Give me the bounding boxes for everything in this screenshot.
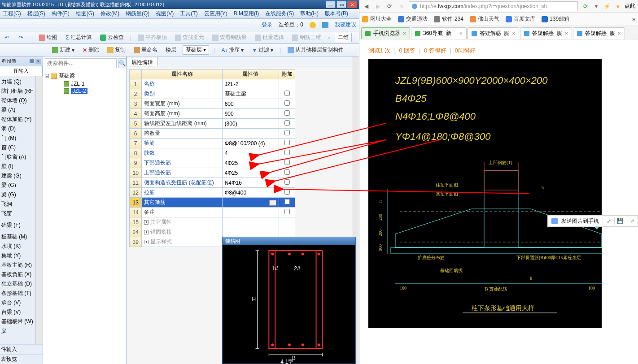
maximize-button[interactable]: ▭ [336, 1, 346, 8]
nav-tab-graphic[interactable]: 图输入 [0, 66, 43, 76]
prop-value[interactable]: (300) [222, 119, 279, 129]
property-row[interactable]: 12拉筋Φ8@400 [130, 188, 295, 198]
new-button[interactable]: 新建▾ [50, 45, 76, 55]
property-row[interactable]: 14备注 [130, 208, 295, 217]
prop-extra[interactable] [279, 168, 295, 178]
nav-bottom-preview[interactable]: 表预览 [0, 354, 43, 364]
bookmark-item[interactable]: 交通违法 [398, 15, 428, 23]
tab-property-edit[interactable]: 属性编辑 [127, 57, 158, 66]
prop-value[interactable]: JZL-2 [222, 79, 279, 89]
menu-cloud[interactable]: 云应用(Y) [204, 10, 227, 17]
property-row[interactable]: 9下部通长筋4Φ25 [130, 158, 295, 168]
rename-button[interactable]: 重命名 [132, 45, 159, 55]
menu-floor[interactable]: 楼层(S) [27, 10, 45, 17]
browser-tab[interactable]: 360导航_新一× [411, 27, 467, 39]
prop-value[interactable]: N4Φ16 [222, 178, 279, 188]
property-row[interactable]: 1名称JZL-2 [130, 79, 295, 89]
forward-button[interactable]: ▶ [374, 2, 382, 10]
suggest-link[interactable]: 我要建议 [335, 21, 356, 29]
send-to-phone-link[interactable]: 发送图片到手机 [561, 217, 599, 225]
browser-tab[interactable]: 手机浏览器× [361, 27, 410, 39]
menu-draw[interactable]: 绘图(G) [76, 10, 94, 17]
menu-element[interactable]: 构件(E) [52, 10, 70, 17]
star-icon[interactable]: ★ [614, 2, 622, 10]
prop-extra[interactable] [279, 227, 295, 237]
prop-extra[interactable] [279, 208, 295, 217]
pin-icon[interactable] [30, 59, 34, 63]
prop-value[interactable]: 4 [222, 148, 279, 158]
tree-root[interactable]: − 基础梁 [45, 72, 124, 80]
tab-close-icon[interactable]: × [512, 30, 515, 37]
property-row[interactable]: 13其它箍筋… [130, 198, 295, 208]
tab-close-icon[interactable]: × [459, 30, 463, 37]
prop-value[interactable] [222, 217, 279, 227]
find-rebar-button[interactable]: 查看钢筋量 [210, 33, 249, 42]
sum-button[interactable]: Σ汇总计算 [64, 33, 93, 42]
property-row[interactable]: 15+其它属性 [130, 217, 295, 227]
minimize-button[interactable]: — [326, 1, 336, 8]
prop-extra[interactable] [279, 79, 295, 89]
bookmark-item[interactable]: 软件-234 [434, 15, 463, 23]
bookmark-item[interactable]: 139邮箱 [542, 15, 569, 23]
property-row[interactable]: 10上部通长筋4Φ25 [130, 168, 295, 178]
bookmarks-overflow[interactable]: » [632, 16, 635, 22]
copy-from-floor-button[interactable]: 从其他楼层复制构件 [286, 45, 345, 55]
prop-value[interactable]: 600 [222, 99, 279, 109]
nav-bottom-input[interactable]: 件输入 [0, 344, 43, 354]
menu-bim[interactable]: BIM应用(I) [234, 10, 259, 17]
prop-extra[interactable] [279, 198, 295, 208]
prop-value[interactable]: 900 [222, 109, 279, 119]
prop-extra[interactable] [279, 158, 295, 168]
browser-tab[interactable]: 答疑解惑_服× [573, 27, 625, 39]
property-row[interactable]: 7箍筋Φ8@100/200 (4) [130, 139, 295, 148]
search-input[interactable] [45, 58, 117, 68]
close-button[interactable]: ✕ [347, 1, 357, 8]
prop-value[interactable]: 基础主梁 [222, 89, 279, 99]
copy-button[interactable]: 复制 [105, 45, 127, 55]
property-row[interactable]: 24+锚固搭接 [130, 227, 295, 237]
prop-extra[interactable] [279, 119, 295, 129]
align-button[interactable]: 平齐板顶 [136, 33, 169, 42]
property-row[interactable]: 6跨数量 [130, 129, 295, 139]
prop-value[interactable]: Φ8@400 [222, 188, 279, 198]
prop-value[interactable] [222, 129, 279, 139]
menu-version[interactable]: 版本号(B) [325, 10, 348, 17]
refresh-icon[interactable]: ⟳ [581, 2, 590, 10]
home-button[interactable]: ⌂ [397, 2, 405, 10]
prop-value[interactable]: 4Φ25 [222, 168, 279, 178]
save-icon[interactable]: 💾 [614, 217, 622, 225]
property-row[interactable]: 11侧面构造或受扭筋 (总配筋值)N4Φ16 [130, 178, 295, 188]
prop-extra[interactable] [279, 109, 295, 119]
filter-button[interactable]: ▼过滤▾ [250, 45, 275, 55]
prop-extra[interactable] [279, 178, 295, 188]
prop-extra[interactable] [279, 139, 295, 148]
expand-icon[interactable]: ⤢ [603, 217, 611, 225]
menu-help[interactable]: 帮助(H) [300, 10, 319, 17]
prop-value[interactable]: … [222, 198, 279, 208]
find-elem-button[interactable]: 查找图元 [173, 33, 206, 42]
back-button[interactable]: ◀ [362, 2, 370, 10]
rebar-3d-button[interactable]: 钢筋三维 [290, 33, 323, 42]
delete-button[interactable]: ✕删除 [81, 45, 101, 55]
menu-rebar[interactable]: 钢筋量(Q) [126, 10, 149, 17]
redo-button[interactable]: ↷ [17, 34, 27, 42]
prop-extra[interactable] [279, 129, 295, 139]
menu-online[interactable]: 在线服务(S) [265, 10, 294, 17]
prop-extra[interactable] [279, 148, 295, 158]
tab-close-icon[interactable]: × [618, 30, 621, 37]
cloud-check-button[interactable]: 云检查 [98, 33, 126, 42]
prop-extra[interactable] [279, 217, 295, 227]
bookmark-item[interactable]: 百度文库 [506, 15, 535, 23]
bookmark-item[interactable]: 网址大全 [362, 15, 392, 23]
menu-tools[interactable]: 工具(T) [180, 10, 197, 17]
url-bar[interactable]: http://e.fwxgx.com/index.php?r=question/… [409, 1, 578, 11]
batch-select-button[interactable]: 批量选择 [253, 33, 286, 42]
browser-tab[interactable]: 答疑解惑_服× [520, 27, 572, 39]
browser-tab[interactable]: 答疑解惑_服× [468, 27, 520, 39]
prop-extra[interactable] [279, 89, 295, 99]
menu-view[interactable]: 视图(V) [156, 10, 174, 17]
share-icon[interactable]: ↗ [626, 217, 634, 225]
login-link[interactable]: 登录 [262, 21, 272, 29]
search-button[interactable]: 🔍 [118, 58, 126, 68]
tree-item-jzl2[interactable]: JZL-2 [45, 87, 124, 95]
